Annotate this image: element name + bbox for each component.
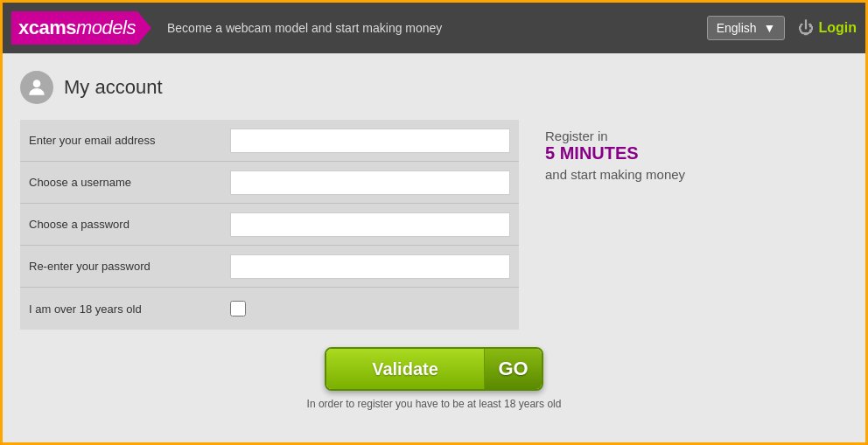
svg-point-0: [33, 80, 41, 87]
age-row: I am over 18 years old: [20, 288, 519, 330]
logo-models: models: [76, 17, 136, 38]
logo-text: xcamsmodels: [18, 17, 136, 39]
logo: xcamsmodels: [11, 11, 151, 45]
avatar-icon: [20, 71, 53, 104]
username-input[interactable]: [230, 170, 510, 195]
validate-label: Validate: [326, 349, 485, 389]
validate-section: Validate GO In order to register you hav…: [20, 347, 848, 410]
page-title-section: My account: [20, 71, 848, 104]
password-input[interactable]: [230, 212, 510, 237]
login-button[interactable]: ⏻ Login: [798, 19, 857, 38]
header-tagline: Become a webcam model and start making m…: [167, 21, 707, 35]
password-row: Choose a password: [20, 204, 519, 246]
repassword-label: Re-enter your password: [29, 260, 230, 273]
power-icon: ⏻: [798, 19, 814, 38]
register-info: Register in 5 MINUTES and start making m…: [545, 120, 848, 330]
register-line1: Register in: [545, 129, 848, 143]
register-line3: and start making money: [545, 167, 848, 182]
registration-form: Enter your email address Choose a userna…: [20, 120, 519, 330]
validate-button[interactable]: Validate GO: [325, 347, 543, 391]
language-label: English: [717, 21, 757, 35]
form-area: Enter your email address Choose a userna…: [20, 120, 848, 330]
page-title: My account: [64, 76, 163, 99]
age-checkbox[interactable]: [230, 301, 246, 316]
disclaimer-text: In order to register you have to be at l…: [307, 398, 562, 410]
password-label: Choose a password: [29, 218, 230, 231]
email-label: Enter your email address: [29, 134, 230, 147]
login-label: Login: [818, 20, 857, 36]
email-row: Enter your email address: [20, 120, 519, 162]
logo-xcams: xcams: [18, 17, 76, 38]
register-line2: 5 MINUTES: [545, 143, 848, 163]
header: xcamsmodels Become a webcam model and st…: [3, 3, 865, 53]
username-row: Choose a username: [20, 162, 519, 204]
language-selector[interactable]: English ▼: [707, 16, 786, 40]
chevron-down-icon: ▼: [764, 21, 776, 35]
main-content: My account Enter your email address Choo…: [3, 53, 865, 445]
age-label: I am over 18 years old: [29, 302, 230, 316]
repassword-row: Re-enter your password: [20, 246, 519, 288]
email-input[interactable]: [230, 129, 510, 153]
go-label: GO: [485, 349, 542, 389]
repassword-input[interactable]: [230, 254, 510, 279]
username-label: Choose a username: [29, 176, 230, 189]
